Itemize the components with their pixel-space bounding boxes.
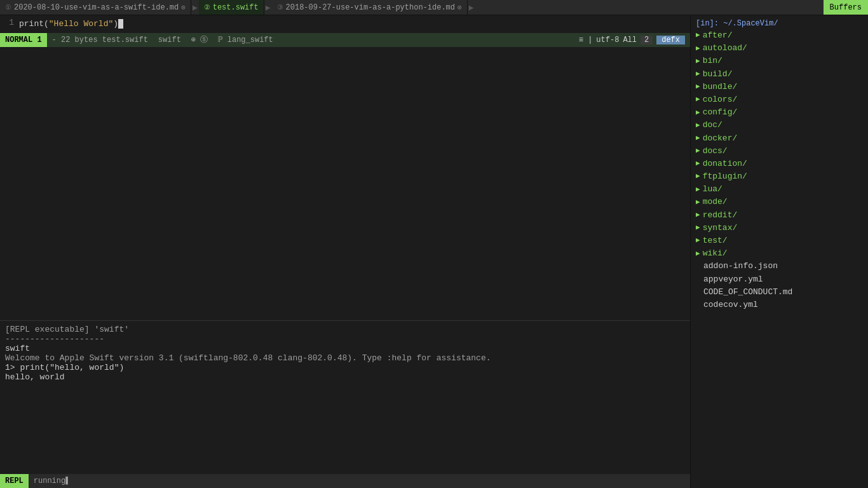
tree-dir-item[interactable]: ▶reddit/ (691, 209, 868, 222)
tree-dir-item[interactable]: ▶wiki/ (691, 247, 868, 260)
lang-label: swift (158, 36, 181, 44)
repl-section: [REPL executable] 'swift' --------------… (0, 320, 690, 488)
status-ft: ℙ lang_swift (213, 35, 278, 44)
tree-file-item[interactable]: addon-info.json (691, 260, 868, 273)
tree-dir-item[interactable]: ▶test/ (691, 234, 868, 247)
tree-dir-item[interactable]: ▶doc/ (691, 119, 868, 132)
tree-dir-item[interactable]: ▶ftplugin/ (691, 170, 868, 183)
tree-dir-item[interactable]: ▶docker/ (691, 132, 868, 145)
tree-dir-item[interactable]: ▶build/ (691, 68, 868, 81)
tree-arrow: ▶ (696, 236, 700, 245)
repl-welcome: Welcome to Apple Swift version 3.1 (swif… (5, 353, 685, 363)
repl-mode-label: REPL (0, 474, 29, 488)
tree-dir-label: docker/ (703, 133, 738, 144)
tree-arrow: ▶ (696, 121, 700, 130)
tree-dir-item[interactable]: ▶syntax/ (691, 222, 868, 234)
tree-file-item[interactable]: CODE_OF_CONDUCT.md (691, 286, 868, 299)
tree-arrow: ▶ (696, 185, 700, 194)
code-area[interactable]: 1 print("Hello World") (0, 15, 690, 33)
position-label: All (623, 36, 637, 44)
tree-dir-label: reddit/ (703, 210, 738, 221)
repl-title: swift (5, 344, 685, 353)
tab-2-label: test.swift (213, 3, 259, 12)
tab-2[interactable]: ② test.swift (199, 0, 264, 15)
tree-arrow: ▶ (696, 172, 700, 181)
tab-3[interactable]: ③ 2018-09-27-use-vim-as-a-python-ide.md … (272, 0, 468, 15)
tree-arrow: ▶ (696, 82, 700, 92)
tree-dir-item[interactable]: ▶donation/ (691, 158, 868, 170)
tree-dir-label: wiki/ (703, 248, 728, 259)
buffers-button[interactable]: Buffers (824, 0, 868, 15)
tree-file-item[interactable]: codecov.yml (691, 299, 868, 311)
repl-divider: -------------------- (5, 334, 685, 344)
tree-dir-item[interactable]: ▶bin/ (691, 55, 868, 67)
repl-output[interactable]: [REPL executable] 'swift' --------------… (0, 321, 690, 474)
repl-executable-line: [REPL executable] 'swift' (5, 325, 685, 334)
tab-1-label: 2020-08-10-use-vim-as-a-swift-ide.md (14, 3, 179, 12)
status-bar: NORMAL 1 - 22 bytes test.swift swift ⊕ ⓢ… (0, 33, 690, 47)
tab-sep-1: ▶ (193, 3, 198, 13)
defx-label: defx (656, 36, 685, 44)
tree-dir-label: config/ (703, 107, 738, 118)
tree-dir-item[interactable]: ▶after/ (691, 29, 868, 42)
line-num-1: 1 (0, 18, 14, 27)
tree-dir-item[interactable]: ▶mode/ (691, 196, 868, 208)
encoding-label: utf-8 (596, 36, 619, 44)
code-line-1: print("Hello World") (19, 18, 690, 30)
mode-label: NORMAL 1 (5, 36, 42, 44)
tree-arrow: ▶ (696, 249, 700, 259)
buffers-label: Buffers (830, 3, 862, 12)
status-plugin: ⊕ ⓢ (186, 34, 213, 45)
tree-arrow: ▶ (696, 30, 700, 40)
tab-sep-2: ▶ (266, 3, 271, 13)
code-content[interactable]: print("Hello World") (19, 18, 690, 30)
line-numbers: 1 (0, 18, 19, 30)
tree-dir-label: build/ (703, 69, 733, 80)
editor-section: 1 print("Hello World") NORMAL 1 - 22 byt… (0, 15, 690, 320)
defx-text: defx (661, 36, 680, 44)
tree-arrow: ▶ (696, 57, 700, 66)
tree-dir-item[interactable]: ▶autoload/ (691, 42, 868, 55)
tree-dir-label: doc/ (703, 119, 722, 131)
tab-1-num: ① (5, 3, 11, 11)
tree-dir-item[interactable]: ▶config/ (691, 106, 868, 119)
cursor (118, 19, 123, 29)
tab-1[interactable]: ① 2020-08-10-use-vim-as-a-swift-ide.md ⊙ (0, 0, 191, 15)
tab-bar: ① 2020-08-10-use-vim-as-a-swift-ide.md ⊙… (0, 0, 868, 15)
tree-header: [in]: ~/.SpaceVim/ (691, 18, 868, 29)
tree-dir-label: bin/ (703, 55, 722, 67)
repl-prompt: 1> print("hello, world") (5, 363, 685, 372)
code-print: print( (19, 18, 49, 30)
tree-dir-label: docs/ (703, 146, 728, 157)
tree-dir-label: ftplugin/ (703, 171, 747, 182)
tree-arrow: ▶ (696, 198, 700, 207)
code-close: ) (113, 18, 118, 30)
tree-file-item[interactable]: appveyor.yml (691, 273, 868, 286)
tree-arrow: ▶ (696, 69, 700, 79)
tab-2-num: ② (204, 3, 210, 11)
tree-dir-item[interactable]: ▶bundle/ (691, 81, 868, 93)
tree-dir-label: syntax/ (703, 222, 738, 234)
tree-dir-label: test/ (703, 235, 728, 247)
buf-num: 2 (641, 36, 653, 44)
tree-arrow: ▶ (696, 95, 700, 104)
tree-dir-label: colors/ (703, 94, 738, 105)
main-area: 1 print("Hello World") NORMAL 1 - 22 byt… (0, 15, 868, 488)
file-tree: [in]: ~/.SpaceVim/ ▶after/▶autoload/▶bin… (690, 15, 868, 488)
ft-label: ℙ lang_swift (218, 36, 273, 44)
tree-dir-item[interactable]: ▶colors/ (691, 93, 868, 106)
code-string: "Hello World" (49, 18, 113, 30)
tree-dir-item[interactable]: ▶lua/ (691, 183, 868, 196)
tree-dir-label: autoload/ (703, 43, 747, 54)
repl-status-bar: REPL running▌ (0, 474, 690, 488)
tree-arrow: ▶ (696, 159, 700, 168)
tree-arrow: ▶ (696, 223, 700, 233)
tree-dir-item[interactable]: ▶docs/ (691, 145, 868, 158)
tab-3-num: ③ (277, 3, 283, 11)
tab-3-dot: ⊙ (458, 3, 462, 11)
status-lang: swift (153, 36, 186, 44)
repl-output-line: hello, world (5, 372, 685, 382)
tree-arrow: ▶ (696, 146, 700, 156)
tab-sep-3: ▶ (469, 3, 474, 13)
encoding-sep: ≡ | (579, 36, 593, 44)
